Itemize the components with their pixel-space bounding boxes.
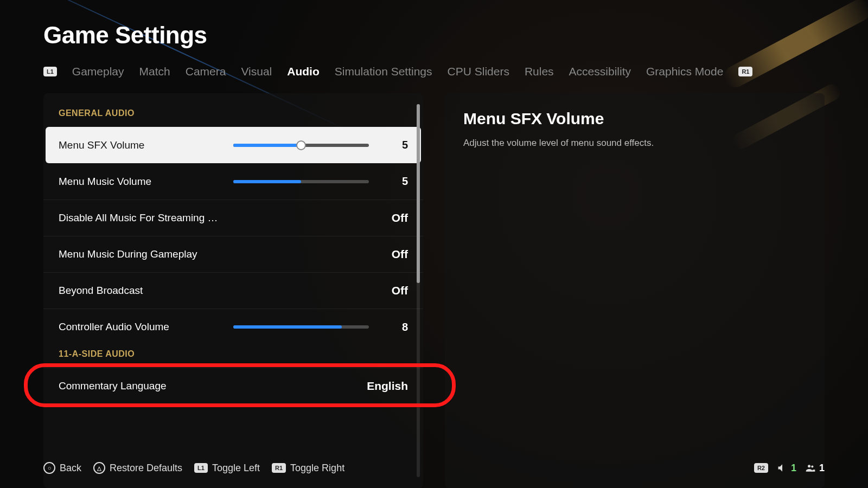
tab-simulation-settings[interactable]: Simulation Settings (335, 65, 432, 78)
enum-value: English (367, 380, 408, 393)
info-panel: Menu SFX Volume Adjust the volume level … (445, 93, 825, 488)
setting-label: Menu Music During Gameplay (59, 248, 221, 260)
slider-knob[interactable] (296, 140, 306, 150)
l1-bumper-icon[interactable]: L1 (43, 67, 57, 76)
back-button[interactable]: ○ Back (43, 462, 81, 474)
toggle-right-label: Toggle Right (290, 463, 344, 474)
tab-match[interactable]: Match (139, 65, 170, 78)
r2-chip-icon: R2 (754, 463, 768, 473)
settings-panel: GENERAL AUDIOMenu SFX Volume5Menu Music … (43, 93, 423, 488)
svg-point-0 (808, 465, 810, 467)
toggle-right-button[interactable]: R1 Toggle Right (272, 463, 344, 474)
scrollbar-thumb[interactable] (417, 104, 420, 283)
slider[interactable] (233, 325, 369, 329)
slider-value: 5 (375, 139, 408, 151)
circle-icon: ○ (43, 462, 55, 474)
toggle-value: Off (392, 248, 408, 261)
setting-row-disable-all-music-for-streaming-pu[interactable]: Disable All Music For Streaming Pu…Off (43, 200, 423, 236)
section-header: 11-A-SIDE AUDIO (43, 345, 423, 368)
restore-defaults-button[interactable]: △ Restore Defaults (93, 462, 182, 474)
setting-label: Controller Audio Volume (59, 321, 221, 333)
slider-value: 5 (375, 175, 408, 188)
tab-camera[interactable]: Camera (186, 65, 226, 78)
section-header: GENERAL AUDIO (43, 104, 423, 127)
party-stat-value: 1 (819, 463, 825, 474)
setting-label: Commentary Language (59, 380, 221, 392)
tab-rules[interactable]: Rules (525, 65, 554, 78)
tab-cpu-sliders[interactable]: CPU Sliders (448, 65, 509, 78)
tab-gameplay[interactable]: Gameplay (72, 65, 124, 78)
info-title: Menu SFX Volume (463, 110, 806, 128)
people-icon (805, 463, 816, 473)
restore-label: Restore Defaults (110, 463, 182, 474)
setting-label: Disable All Music For Streaming Pu… (59, 212, 221, 224)
setting-row-controller-audio-volume[interactable]: Controller Audio Volume8 (43, 309, 423, 345)
tab-graphics-mode[interactable]: Graphics Mode (646, 65, 723, 78)
toggle-left-button[interactable]: L1 Toggle Left (194, 463, 260, 474)
setting-row-menu-sfx-volume[interactable]: Menu SFX Volume5 (46, 127, 421, 163)
slider-value: 8 (375, 321, 408, 333)
audio-stat: 1 (777, 463, 796, 474)
slider[interactable] (233, 180, 369, 183)
audio-stat-value: 1 (791, 463, 796, 474)
tab-audio[interactable]: Audio (287, 65, 319, 78)
toggle-left-label: Toggle Left (212, 463, 260, 474)
tabs-row: L1 GameplayMatchCameraVisualAudioSimulat… (43, 65, 825, 78)
setting-label: Beyond Broadcast (59, 285, 221, 297)
setting-label: Menu SFX Volume (59, 139, 221, 151)
page-title: Game Settings (43, 22, 825, 49)
tab-accessibility[interactable]: Accessibility (569, 65, 631, 78)
back-label: Back (60, 463, 81, 474)
party-stat: 1 (805, 463, 825, 474)
triangle-icon: △ (93, 462, 105, 474)
tab-visual[interactable]: Visual (241, 65, 272, 78)
r1-bumper-icon[interactable]: R1 (738, 67, 752, 76)
l1-chip-icon: L1 (194, 463, 208, 473)
setting-row-menu-music-volume[interactable]: Menu Music Volume5 (43, 163, 423, 200)
scrollbar[interactable] (417, 104, 420, 477)
setting-label: Menu Music Volume (59, 176, 221, 188)
setting-row-commentary-language[interactable]: Commentary LanguageEnglish (43, 368, 423, 404)
slider[interactable] (233, 144, 369, 147)
toggle-value: Off (392, 284, 408, 297)
svg-point-1 (811, 465, 813, 467)
info-description: Adjust the volume level of menu sound ef… (463, 138, 806, 149)
toggle-value: Off (392, 211, 408, 224)
footer-bar: ○ Back △ Restore Defaults L1 Toggle Left… (43, 462, 825, 474)
setting-row-beyond-broadcast[interactable]: Beyond BroadcastOff (43, 272, 423, 309)
r1-chip-icon: R1 (272, 463, 286, 473)
setting-row-menu-music-during-gameplay[interactable]: Menu Music During GameplayOff (43, 236, 423, 272)
speaker-icon (777, 463, 788, 473)
